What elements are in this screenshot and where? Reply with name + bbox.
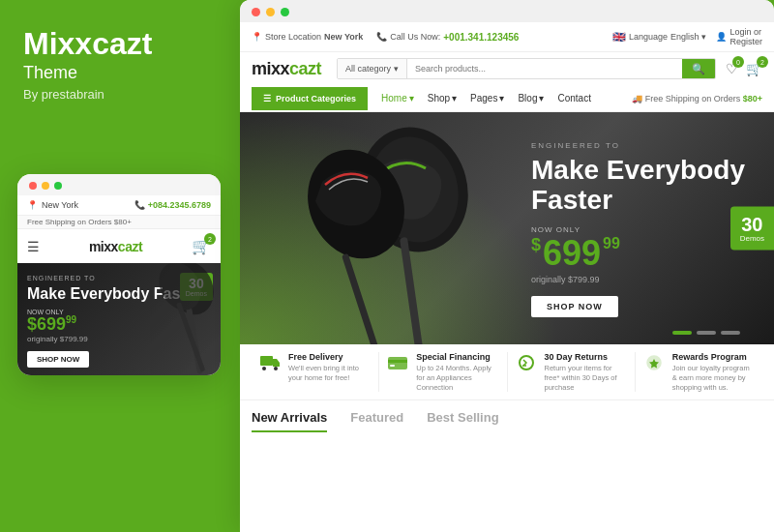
- hero-content: ENGINEERED TO Make Everybody Faster NOW …: [531, 141, 745, 317]
- nav-links: Home ▾ Shop ▾ Pages ▾ Blog ▾ Contact: [368, 85, 632, 111]
- slider-dot-3[interactable]: [721, 331, 740, 335]
- search-category-dropdown[interactable]: All category ▾: [338, 59, 407, 78]
- login-text: Login or Register: [729, 27, 762, 46]
- brand-by: By prestabrain: [23, 87, 217, 102]
- nav-link-shop[interactable]: Shop ▾: [428, 85, 457, 111]
- nav-link-home[interactable]: Home ▾: [381, 85, 414, 111]
- feature-rewards-title: Rewards Program: [672, 352, 755, 362]
- user-icon: 👤: [716, 32, 727, 42]
- mobile-mockup: 📍 New York 📞 +084.2345.6789 Free Shippin…: [17, 174, 221, 375]
- brand-subtitle: Theme: [23, 63, 217, 83]
- contact-label: Contact: [557, 93, 590, 103]
- hero-price-cents: 99: [603, 236, 620, 251]
- store-phone: 📞 Call Us Now: +001.341.123456: [376, 32, 519, 43]
- feature-delivery-desc: We'll even bring it into your home for f…: [288, 364, 371, 383]
- slider-dot-1[interactable]: [672, 331, 692, 335]
- feature-returns-title: 30 Day Returns: [545, 352, 627, 362]
- hero-slider-dots: [672, 331, 740, 335]
- main-nav: ☰ Product Categories Home ▾ Shop ▾ Pages…: [240, 85, 774, 112]
- feature-financing: Special Financing Up to 24 Months. Apply…: [379, 352, 507, 392]
- truck-icon: [259, 354, 281, 376]
- search-button[interactable]: 🔍: [682, 59, 715, 78]
- browser-dot-green: [281, 8, 289, 16]
- hero-demos-label: Demos: [740, 234, 764, 243]
- nav-link-blog[interactable]: Blog ▾: [518, 85, 544, 111]
- feature-returns-desc: Return your items for free* within 30 Da…: [545, 364, 627, 392]
- svg-rect-9: [260, 356, 273, 366]
- hero-orig-price: originally $799.99: [531, 275, 745, 284]
- returns-icon: [516, 354, 537, 376]
- search-input[interactable]: [407, 59, 682, 78]
- feature-returns-text: 30 Day Returns Return your items for fre…: [545, 352, 627, 392]
- chevron-down-icon: ▾: [499, 93, 504, 103]
- mobile-cart-icon[interactable]: 🛒 2: [192, 237, 211, 255]
- mobile-hamburger-icon[interactable]: ☰: [27, 239, 40, 254]
- tab-new-arrivals[interactable]: New Arrivals: [252, 410, 327, 432]
- feature-delivery-title: Free Delivery: [288, 352, 371, 362]
- mobile-dot-yellow: [42, 182, 49, 190]
- features-bar: Free Delivery We'll even bring it into y…: [240, 344, 774, 400]
- mobile-logo: mixxcazt: [89, 239, 142, 254]
- hamburger-icon: ☰: [263, 94, 271, 103]
- slider-dot-2[interactable]: [697, 331, 716, 335]
- feature-free-delivery: Free Delivery We'll even bring it into y…: [252, 352, 379, 392]
- mobile-golf-image: [143, 263, 221, 375]
- mobile-shop-btn[interactable]: SHOP NOW: [27, 351, 89, 368]
- mobile-price: $69999: [27, 315, 76, 333]
- hero-shop-button[interactable]: SHOP NOW: [531, 296, 618, 317]
- hero-price-main: 699: [543, 236, 601, 271]
- store-logo: mixxcazt: [252, 59, 321, 79]
- language-selector[interactable]: 🇬🇧 Language English ▾: [612, 31, 707, 44]
- chevron-down-icon: ▾: [409, 93, 414, 103]
- financing-icon: [387, 354, 408, 376]
- phone-number: +001.341.123456: [443, 32, 519, 43]
- nav-shipping-notice: 🚚 Free Shipping on Orders $80+: [632, 94, 762, 103]
- nav-link-contact[interactable]: Contact: [557, 85, 590, 111]
- wishlist-icon[interactable]: ♡ 0: [726, 61, 738, 76]
- mobile-hero: ENGINEERED TO Make Everybody Faster NOW …: [17, 263, 221, 375]
- product-categories-button[interactable]: ☰ Product Categories: [252, 87, 368, 110]
- flag-icon: 🇬🇧: [612, 31, 626, 44]
- nav-link-pages[interactable]: Pages ▾: [470, 85, 504, 111]
- phone-icon: 📞: [134, 200, 145, 210]
- hero-section: ENGINEERED TO Make Everybody Faster NOW …: [240, 112, 774, 344]
- tab-featured[interactable]: Featured: [350, 410, 403, 432]
- hero-title: Make Everybody Faster: [531, 156, 745, 216]
- mobile-cart-badge: 2: [204, 233, 216, 245]
- store-topbar: 📍 Store Location New York 📞 Call Us Now:…: [240, 22, 774, 52]
- cart-badge: 2: [757, 56, 768, 68]
- category-label: All category: [345, 64, 391, 74]
- login-register[interactable]: 👤 Login or Register: [716, 27, 762, 46]
- mobile-dot-red: [29, 182, 37, 190]
- store-location: 📍 Store Location New York: [252, 32, 363, 42]
- search-icon: 🔍: [692, 63, 705, 75]
- product-categories-label: Product Categories: [276, 94, 356, 103]
- mobile-shipping-notice: Free Shipping on Orders $80+: [17, 216, 221, 229]
- svg-rect-13: [388, 360, 407, 363]
- mobile-header: ☰ mixxcazt 🛒 2: [17, 229, 221, 263]
- feature-financing-title: Special Financing: [416, 352, 498, 362]
- home-label: Home: [381, 93, 407, 103]
- call-label: Call Us Now:: [390, 32, 440, 42]
- browser-dot-red: [252, 8, 260, 16]
- brand-title: Mixxcazt: [23, 27, 217, 61]
- browser-chrome: [240, 0, 774, 22]
- cart-icon[interactable]: 🛒 2: [746, 61, 762, 76]
- hero-engineered-text: ENGINEERED TO: [531, 141, 745, 150]
- search-container: All category ▾ 🔍: [337, 58, 716, 79]
- nav-icons: ♡ 0 🛒 2: [726, 61, 762, 76]
- location-icon: 📍: [252, 32, 262, 42]
- hero-golf-clubs-image: [259, 112, 530, 344]
- feature-financing-text: Special Financing Up to 24 Months. Apply…: [416, 352, 498, 392]
- blog-label: Blog: [518, 93, 537, 103]
- mobile-location: New York: [42, 200, 78, 210]
- svg-point-11: [274, 367, 278, 370]
- tab-best-selling[interactable]: Best Selling: [427, 410, 498, 432]
- language-value: English: [670, 32, 700, 42]
- store-location-label: Store Location: [265, 32, 321, 42]
- feature-rewards-text: Rewards Program Join our loyalty program…: [672, 352, 755, 392]
- location-icon: 📍: [27, 200, 38, 210]
- svg-rect-14: [390, 365, 395, 367]
- feature-delivery-text: Free Delivery We'll even bring it into y…: [288, 352, 371, 383]
- desktop-browser: 📍 Store Location New York 📞 Call Us Now:…: [240, 0, 774, 532]
